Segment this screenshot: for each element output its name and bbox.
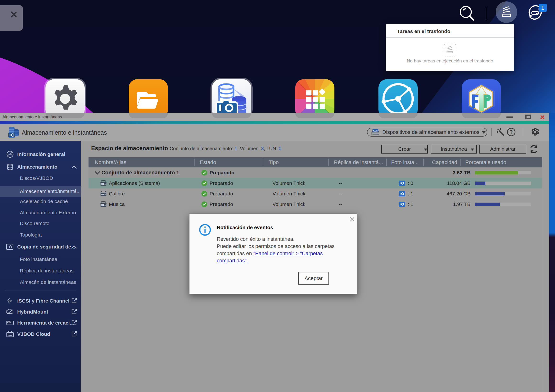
svg-text:RAID: RAID bbox=[373, 130, 378, 132]
svg-text:?: ? bbox=[510, 129, 513, 135]
svg-text:SSD: SSD bbox=[8, 322, 10, 323]
